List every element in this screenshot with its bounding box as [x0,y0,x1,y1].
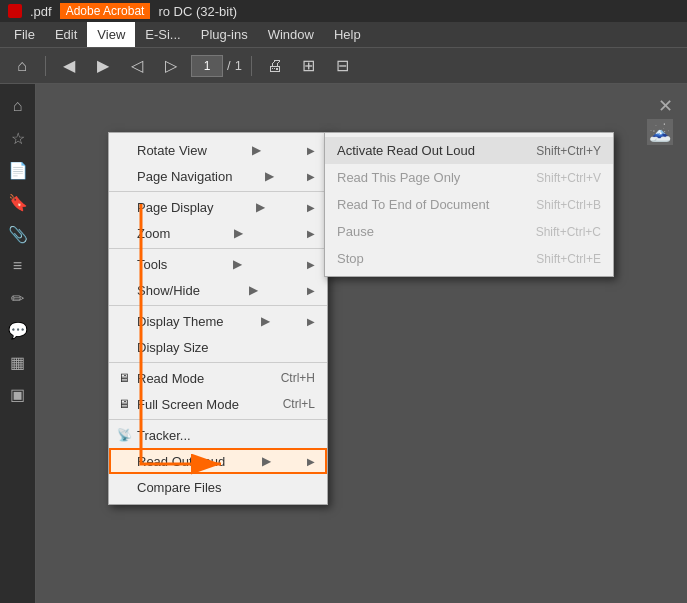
view-menu-rotate[interactable]: Rotate View ▶ [109,137,327,163]
toolbar-prev-page[interactable]: ◁ [123,52,151,80]
app-icon [8,4,22,18]
toolbar-next-page[interactable]: ▷ [157,52,185,80]
toolbar-back[interactable]: ◀ [55,52,83,80]
toolbar-bookmark[interactable]: ⊞ [295,52,323,80]
toolbar-panels[interactable]: ⊟ [329,52,357,80]
close-panel-btn[interactable]: ✕ [651,92,679,120]
thumbnail-icon: 🗻 [647,119,673,145]
menu-view[interactable]: View [87,22,135,47]
sidebar-home[interactable]: ⌂ [4,92,32,120]
submenu-page-only[interactable]: Read This Page Only Shift+Ctrl+V [325,164,613,191]
view-menu-pageDisplay[interactable]: Page Display ▶ [109,194,327,220]
view-menu-readout[interactable]: Read Out Loud ▶ [109,448,327,474]
fullscreen-icon: 🖥 [115,395,133,413]
view-menu-zoom[interactable]: Zoom ▶ [109,220,327,246]
submenu-to-end[interactable]: Read To End of Document Shift+Ctrl+B [325,191,613,218]
app-name: Adobe Acrobat [60,3,151,19]
view-menu-showhide[interactable]: Show/Hide ▶ [109,277,327,303]
filename: .pdf [30,4,52,19]
submenu-stop[interactable]: Stop Shift+Ctrl+E [325,245,613,272]
toolbar-home[interactable]: ⌂ [8,52,36,80]
menu-file[interactable]: File [4,22,45,47]
view-menu-readmode[interactable]: 🖥 Read Mode Ctrl+H [109,365,327,391]
view-menu-compare[interactable]: Compare Files [109,474,327,500]
toolbar-forward[interactable]: ▶ [89,52,117,80]
sidebar-layers[interactable]: ≡ [4,252,32,280]
view-menu-tools[interactable]: Tools ▶ [109,251,327,277]
document-area: ✕ 🗻 Rotate View ▶ Page Navigation ▶ [36,84,687,603]
view-menu-theme[interactable]: Display Theme ▶ [109,308,327,334]
sidebar-grid1[interactable]: ▦ [4,348,32,376]
sidebar-star[interactable]: ☆ [4,124,32,152]
view-menu-dropdown: Rotate View ▶ Page Navigation ▶ Page Dis… [108,132,328,505]
menu-edit[interactable]: Edit [45,22,87,47]
page-separator: / [227,58,231,73]
view-menu-size[interactable]: Display Size [109,334,327,360]
main-area: ⌂ ☆ 📄 🔖 📎 ≡ ✏ 💬 ▦ ▣ ✕ 🗻 Rotate View ▶ [0,84,687,603]
dropdown-overlay: Rotate View ▶ Page Navigation ▶ Page Dis… [36,84,687,603]
submenu-activate[interactable]: Activate Read Out Loud Shift+Ctrl+Y [325,137,613,164]
toolbar-separator-2 [251,56,252,76]
read-out-loud-submenu: Activate Read Out Loud Shift+Ctrl+Y Read… [324,132,614,277]
menu-window[interactable]: Window [258,22,324,47]
sidebar-grid2[interactable]: ▣ [4,380,32,408]
sidebar-pages[interactable]: 📄 [4,156,32,184]
menu-plugins[interactable]: Plug-ins [191,22,258,47]
menu-esi[interactable]: E-Si... [135,22,190,47]
tracker-icon: 📡 [115,426,133,444]
toolbar-print[interactable]: 🖨 [261,52,289,80]
view-menu-pageNav[interactable]: Page Navigation ▶ [109,163,327,189]
readmode-icon: 🖥 [115,369,133,387]
page-nav: / 1 [191,55,242,77]
title-bar: .pdf Adobe Acrobat ro DC (32-bit) [0,0,687,22]
submenu-pause[interactable]: Pause Shift+Ctrl+C [325,218,613,245]
menu-help[interactable]: Help [324,22,371,47]
page-total: 1 [235,58,242,73]
sidebar-comment[interactable]: 💬 [4,316,32,344]
toolbar: ⌂ ◀ ▶ ◁ ▷ / 1 🖨 ⊞ ⊟ [0,48,687,84]
toolbar-separator-1 [45,56,46,76]
sidebar: ⌂ ☆ 📄 🔖 📎 ≡ ✏ 💬 ▦ ▣ [0,84,36,603]
sidebar-edit[interactable]: ✏ [4,284,32,312]
app-version: ro DC (32-bit) [158,4,237,19]
menu-bar: File Edit View E-Si... Plug-ins Window H… [0,22,687,48]
view-menu-tracker[interactable]: 📡 Tracker... [109,422,327,448]
sidebar-paperclip[interactable]: 📎 [4,220,32,248]
view-menu-fullscreen[interactable]: 🖥 Full Screen Mode Ctrl+L [109,391,327,417]
page-input[interactable] [191,55,223,77]
annotation-arrow [121,184,281,524]
sidebar-bookmark[interactable]: 🔖 [4,188,32,216]
